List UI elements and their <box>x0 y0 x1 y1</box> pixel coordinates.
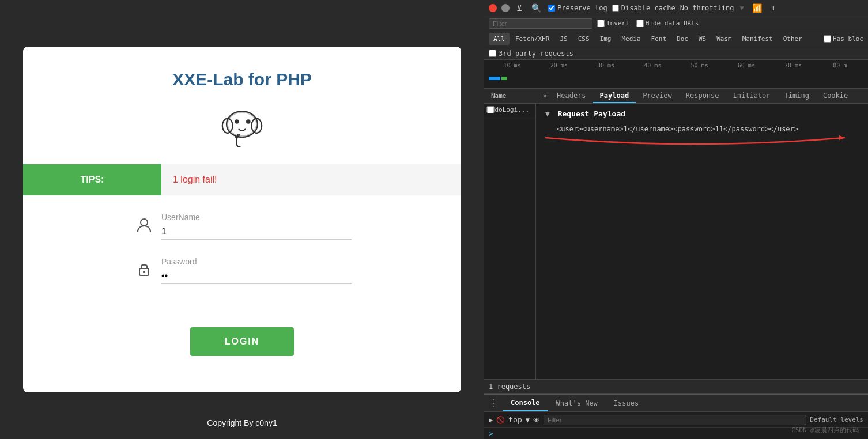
request-checkbox[interactable] <box>486 106 495 113</box>
timeline-label-80ms: 80 m <box>817 62 863 69</box>
requests-count: 1 requests <box>489 383 530 391</box>
record-button[interactable] <box>489 4 497 12</box>
tab-response[interactable]: Response <box>679 89 726 103</box>
svg-point-1 <box>228 112 256 136</box>
clear-console-icon[interactable]: 🚫 <box>496 416 505 424</box>
has-blocked-checkbox[interactable]: Has bloc <box>824 35 863 43</box>
default-levels: Default levels <box>810 416 863 423</box>
request-name: doLogi... <box>495 106 533 113</box>
username-input[interactable] <box>161 224 352 240</box>
timeline-label-70ms: 70 ms <box>770 62 817 69</box>
timeline-blue-bar <box>489 77 500 80</box>
devtools-panel: ⊻ 🔍 Preserve log Disable cache No thrott… <box>484 0 868 439</box>
top-label: top <box>508 415 522 424</box>
username-label: UserName <box>161 213 352 222</box>
tab-payload[interactable]: Payload <box>593 89 636 103</box>
clear-button[interactable] <box>501 4 510 12</box>
tab-media[interactable]: Media <box>617 33 645 45</box>
timeline-label-50ms: 50 ms <box>676 62 723 69</box>
timeline-bar: 10 ms 20 ms 30 ms 40 ms 50 ms 60 ms 70 m… <box>484 60 868 89</box>
search-icon[interactable]: 🔍 <box>529 2 544 14</box>
throttling-text: No throttling <box>680 4 734 12</box>
timeline-labels: 10 ms 20 ms 30 ms 40 ms 50 ms 60 ms 70 m… <box>484 62 868 69</box>
tab-issues[interactable]: Issues <box>606 396 647 411</box>
filter-input[interactable] <box>489 18 592 29</box>
upload-icon[interactable]: ⬆ <box>769 2 778 14</box>
tab-doc[interactable]: Doc <box>672 33 693 45</box>
payload-panel: ▼ Request Payload <user><username>1</use… <box>536 104 868 379</box>
payload-xml-content: <user><username>1</username><password>11… <box>557 125 798 133</box>
third-party-row: 3rd-party requests <box>484 47 868 60</box>
tab-img[interactable]: Img <box>595 33 616 45</box>
svg-marker-9 <box>839 135 845 140</box>
tab-console[interactable]: Console <box>503 395 548 411</box>
payload-xml: <user><username>1</username><password>11… <box>545 125 859 133</box>
password-label: Password <box>161 257 352 266</box>
sub-tabs: Headers Payload Preview Response Initiat… <box>550 89 855 103</box>
tab-fetch-xhr[interactable]: Fetch/XHR <box>511 33 554 45</box>
filter-icon[interactable]: ⊻ <box>514 2 524 14</box>
timeline-label-40ms: 40 ms <box>629 62 676 69</box>
third-party-checkbox[interactable] <box>489 50 496 57</box>
execute-icon[interactable]: ▶ <box>489 416 493 424</box>
invert-checkbox[interactable]: Invert <box>597 20 629 27</box>
top-dropdown-icon[interactable]: ▼ <box>526 416 530 424</box>
console-tabs: ⋮ Console What's New Issues <box>484 395 868 412</box>
tab-font[interactable]: Font <box>647 33 671 45</box>
payload-content-wrapper: ▼ Request Payload <user><username>1</use… <box>545 109 859 133</box>
console-filter-input[interactable] <box>544 415 806 425</box>
tab-initiator[interactable]: Initiator <box>726 89 778 103</box>
tab-manifest[interactable]: Manifest <box>738 33 778 45</box>
timeline-graph <box>484 69 868 88</box>
svg-point-6 <box>141 219 148 226</box>
devtools-topbar: ⊻ 🔍 Preserve log Disable cache No thrott… <box>484 0 868 16</box>
timeline-label-20ms: 20 ms <box>535 62 582 69</box>
svg-point-8 <box>143 271 145 273</box>
copyright: Copyright By c0ny1 <box>207 418 277 427</box>
login-panel: XXE-Lab for PHP TIPS: 1 login fail! <box>0 0 484 439</box>
login-button[interactable]: LOGIN <box>190 327 295 356</box>
password-input[interactable] <box>161 268 352 284</box>
tab-other[interactable]: Other <box>779 33 807 45</box>
tab-headers[interactable]: Headers <box>550 89 593 103</box>
tab-preview[interactable]: Preview <box>636 89 679 103</box>
svg-point-4 <box>235 120 238 123</box>
timeline-label-60ms: 60 ms <box>723 62 769 69</box>
payload-title: ▼ Request Payload <box>545 109 859 118</box>
username-wrapper: UserName <box>161 213 352 240</box>
console-toolbar: ▶ 🚫 top ▼ 👁 Default levels <box>484 412 868 428</box>
hide-data-urls-checkbox[interactable]: Hide data URLs <box>636 20 699 27</box>
tab-whats-new[interactable]: What's New <box>548 396 606 411</box>
network-content: doLogi... ▼ Request Payload <user><usern… <box>484 104 868 379</box>
elephant-icon <box>216 101 268 153</box>
tips-bar: TIPS: 1 login fail! <box>23 164 461 195</box>
user-icon <box>133 217 156 236</box>
col-name[interactable]: Name <box>486 92 538 100</box>
disable-cache-checkbox[interactable]: Disable cache <box>612 4 675 12</box>
tab-cookies[interactable]: Cookie <box>816 89 855 103</box>
preserve-log-checkbox[interactable]: Preserve log <box>548 4 607 12</box>
login-card: XXE-Lab for PHP TIPS: 1 login fail! <box>23 47 461 392</box>
payload-section-label: Request Payload <box>558 109 625 118</box>
tips-label: TIPS: <box>23 164 161 195</box>
tab-all[interactable]: All <box>489 33 510 45</box>
tab-ws[interactable]: WS <box>694 33 711 45</box>
tab-wasm[interactable]: Wasm <box>712 33 737 45</box>
page-title: XXE-Lab for PHP <box>172 70 312 89</box>
lock-icon <box>133 261 156 281</box>
filter-checkboxes: Invert Hide data URLs <box>597 20 699 27</box>
eye-icon[interactable]: 👁 <box>533 416 540 424</box>
console-prompt: > <box>489 429 493 438</box>
tab-timing[interactable]: Timing <box>778 89 816 103</box>
svg-point-5 <box>247 120 250 123</box>
payload-triangle-icon: ▼ <box>545 109 550 118</box>
console-menu-icon[interactable]: ⋮ <box>484 398 503 408</box>
close-detail-button[interactable]: × <box>538 92 550 100</box>
col-headers: Name × Headers Payload Preview Response … <box>484 89 868 104</box>
filter-bar: Invert Hide data URLs <box>484 16 868 31</box>
request-row[interactable]: doLogi... <box>484 104 535 116</box>
wifi-icon[interactable]: 📶 <box>750 2 764 14</box>
username-group: UserName <box>133 213 352 240</box>
tab-css[interactable]: CSS <box>573 33 594 45</box>
tab-js[interactable]: JS <box>555 33 572 45</box>
